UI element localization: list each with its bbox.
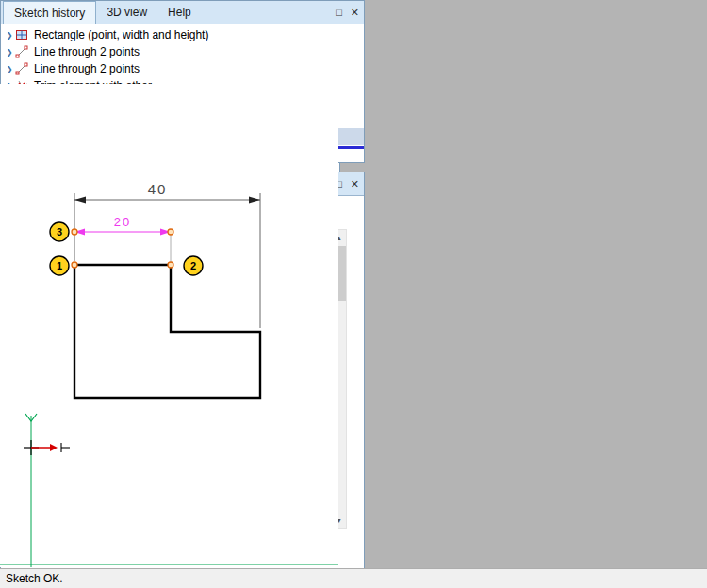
status-bar: Sketch OK.	[0, 568, 707, 588]
list-item-label: Rectangle (point, width and height)	[31, 28, 208, 41]
close-icon[interactable]: ✕	[351, 179, 359, 189]
point-badge-number: 2	[190, 260, 196, 271]
sketch-history-titlebar: Sketch history 3D view Help □ ✕	[1, 1, 364, 24]
dimension-arrowhead	[249, 197, 260, 204]
overall-width-dimension-text: 40	[148, 181, 168, 197]
sketch-canvas[interactable]: 40 20 3 1 2	[0, 84, 338, 567]
dimension-arrowhead	[74, 197, 86, 204]
point-badge-number: 1	[57, 260, 62, 271]
tab-sketch-history[interactable]: Sketch history	[3, 1, 96, 24]
expander-icon[interactable]: ❯	[4, 48, 15, 57]
point-badge-number: 3	[57, 226, 62, 237]
tab-help[interactable]: Help	[157, 1, 202, 24]
list-item[interactable]: ❯ Line through 2 points	[1, 60, 364, 77]
maximize-icon[interactable]: □	[336, 8, 342, 18]
list-item[interactable]: ❯ Rectangle (point, width and height)	[1, 26, 364, 43]
expander-icon[interactable]: ❯	[4, 65, 15, 74]
close-icon[interactable]: ✕	[351, 8, 359, 18]
snap-point-marker[interactable]	[72, 229, 77, 235]
snap-point-marker[interactable]	[72, 262, 77, 268]
snap-point-marker[interactable]	[168, 262, 173, 268]
list-item[interactable]: ❯ Line through 2 points	[1, 43, 364, 60]
list-item-label: Line through 2 points	[31, 62, 140, 75]
list-item-label: Line through 2 points	[31, 45, 140, 58]
rectangle-icon	[15, 28, 31, 41]
sketch-profile	[74, 265, 260, 398]
sketcher-panel: Sketcher ▾ ▾ A @ » ↶ ↷	[0, 0, 340, 588]
status-text: Sketch OK.	[6, 572, 63, 585]
partial-width-dimension-text: 20	[114, 215, 131, 229]
expander-icon[interactable]: ❯	[4, 31, 15, 40]
line-icon	[15, 62, 31, 75]
x-direction-arrowhead	[50, 444, 58, 451]
line-icon	[15, 45, 31, 58]
tab-3d-view[interactable]: 3D view	[96, 1, 157, 24]
snap-point-marker[interactable]	[168, 229, 173, 235]
